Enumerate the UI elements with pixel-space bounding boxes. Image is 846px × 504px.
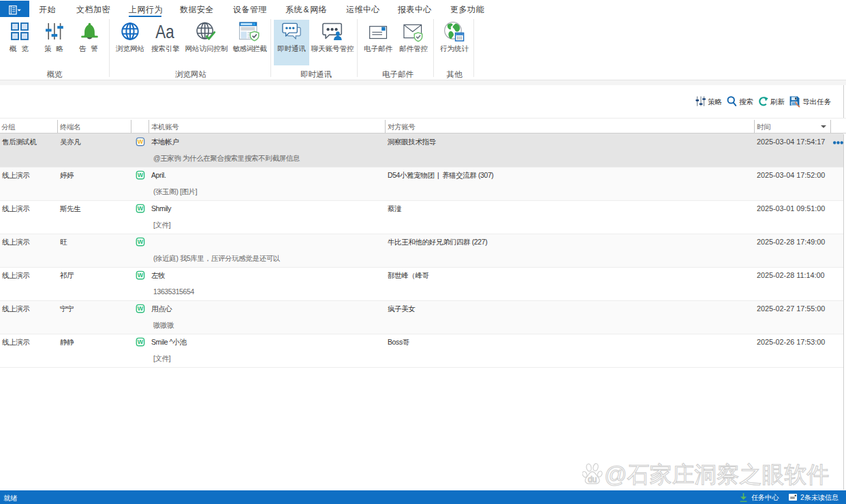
- svg-text:W: W: [138, 338, 144, 345]
- svg-text:W: W: [138, 205, 144, 212]
- svg-text:Aa: Aa: [155, 22, 174, 40]
- svg-text:W: W: [138, 138, 144, 145]
- svg-text:du: du: [588, 475, 597, 484]
- svg-text:W: W: [138, 305, 144, 312]
- svg-text:W: W: [138, 238, 144, 245]
- svg-text:W: W: [138, 272, 144, 279]
- svg-text:W: W: [138, 172, 144, 178]
